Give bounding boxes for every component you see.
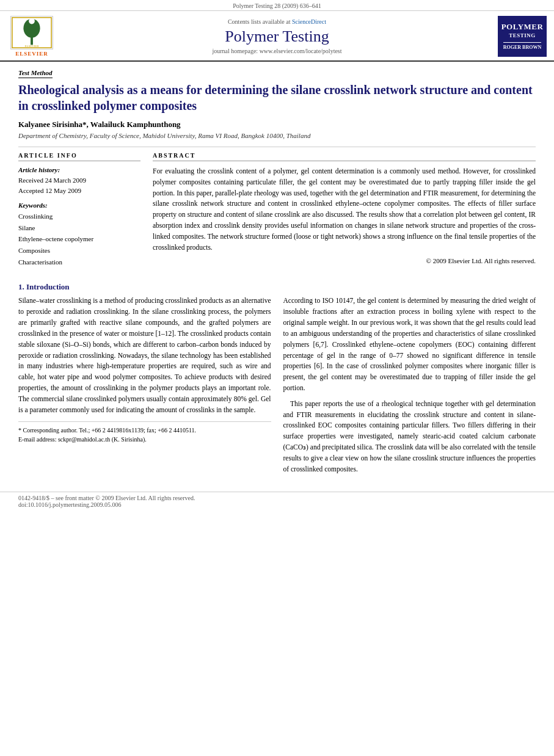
elsevier-wordmark: ELSEVIER — [15, 51, 48, 57]
keywords-section: Keywords: Crosslinking Silane Ethylene–o… — [18, 202, 140, 267]
svg-text:ELSEVIER: ELSEVIER — [25, 45, 40, 48]
copyright-line: © 2009 Elsevier Ltd. All rights reserved… — [153, 257, 536, 264]
body-left-text: Silane–water crosslinking is a method of… — [18, 296, 271, 415]
contents-line: Contents lists available at ScienceDirec… — [228, 18, 326, 25]
sciencedirect-link[interactable]: ScienceDirect — [292, 18, 326, 25]
badge-roger: ROGER BROWN — [503, 42, 541, 51]
article-history: Article history: Received 24 March 2009 … — [18, 166, 140, 195]
footnote-section: * Corresponding author. Tel.; +66 2 4419… — [18, 421, 271, 444]
journal-center: Contents lists available at ScienceDirec… — [62, 16, 492, 57]
keyword-4: Composites — [18, 245, 140, 256]
keyword-5: Characterisation — [18, 256, 140, 268]
keyword-3: Ethylene–octene copolymer — [18, 233, 140, 245]
abstract-heading: ABSTRACT — [153, 152, 536, 161]
journal-homepage: journal homepage: www.elsevier.com/locat… — [212, 48, 341, 54]
article-info-heading: ARTICLE INFO — [18, 152, 140, 161]
badge-title-line2: TESTING — [509, 32, 536, 40]
article-info-column: ARTICLE INFO Article history: Received 2… — [18, 152, 140, 274]
history-label: Article history: — [18, 166, 140, 173]
citation-bar: Polymer Testing 28 (2009) 636–641 — [0, 0, 554, 11]
authors: Kalyanee Sirisinha*, Walailuck Kamphunth… — [18, 120, 536, 129]
divider — [18, 147, 536, 147]
footer-doi: doi:10.1016/j.polymertesting.2009.05.006 — [18, 501, 122, 508]
body-right-text: According to ISO 10147, the gel content … — [283, 296, 536, 474]
elsevier-logo: ELSEVIER ELSEVIER — [7, 16, 56, 57]
footer-bar: 0142-9418/$ – see front matter © 2009 El… — [0, 492, 554, 511]
keywords-label: Keywords: — [18, 202, 140, 209]
elsevier-logo-img: ELSEVIER — [10, 16, 53, 49]
affiliation: Department of Chemistry, Faculty of Scie… — [18, 132, 536, 139]
article-meta-section: ARTICLE INFO Article history: Received 2… — [18, 152, 536, 274]
body-left: Silane–water crosslinking is a method of… — [18, 296, 271, 479]
footnote-corresponding: * Corresponding author. Tel.; +66 2 4419… — [18, 426, 271, 435]
paper-title: Rheological analysis as a means for dete… — [18, 82, 536, 114]
abstract-text: For evaluating the crosslink content of … — [153, 166, 536, 253]
footer-text: 0142-9418/$ – see front matter © 2009 El… — [18, 495, 195, 501]
footnote-email: E-mail address: sckpr@mahidol.ac.th (K. … — [18, 435, 271, 444]
body-section: 1. Introduction Silane–water crosslinkin… — [18, 282, 536, 479]
body-right-p1: According to ISO 10147, the gel content … — [283, 296, 536, 393]
keyword-2: Silane — [18, 222, 140, 234]
accepted-date: Accepted 12 May 2009 — [18, 186, 140, 196]
body-right-p2: This paper reports the use of a rheologi… — [283, 399, 536, 475]
section1-heading: 1. Introduction — [18, 282, 536, 292]
page: Polymer Testing 28 (2009) 636–641 — [0, 0, 554, 756]
body-two-col: Silane–water crosslinking is a method of… — [18, 296, 536, 479]
svg-point-3 — [29, 18, 35, 24]
received-date: Received 24 March 2009 — [18, 175, 140, 186]
journal-title: Polymer Testing — [225, 27, 329, 46]
journal-badge: POLYMER TESTING ROGER BROWN — [498, 16, 547, 57]
body-left-p1: Silane–water crosslinking is a method of… — [18, 296, 271, 415]
citation-text: Polymer Testing 28 (2009) 636–641 — [233, 2, 321, 9]
keywords-list: Crosslinking Silane Ethylene–octene copo… — [18, 211, 140, 267]
abstract-column: ABSTRACT For evaluating the crosslink co… — [153, 152, 536, 274]
badge-title-line1: POLYMER — [501, 22, 544, 32]
main-content: Test Method Rheological analysis as a me… — [0, 62, 554, 485]
body-right: According to ISO 10147, the gel content … — [283, 296, 536, 479]
keyword-1: Crosslinking — [18, 211, 140, 222]
journal-header: ELSEVIER ELSEVIER Contents lists availab… — [0, 11, 554, 62]
section-type: Test Method — [18, 69, 53, 78]
